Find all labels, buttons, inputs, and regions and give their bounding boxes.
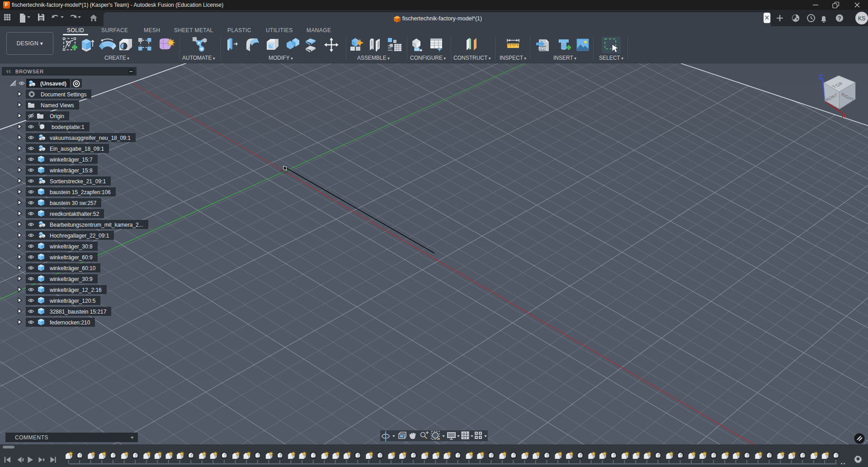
- svg-text:X: X: [842, 112, 846, 119]
- svg-text:SVG: SVG: [538, 46, 547, 51]
- svg-text:Z: Z: [819, 73, 823, 81]
- svg-text:?: ?: [838, 15, 841, 22]
- svg-text:KS: KS: [858, 15, 865, 22]
